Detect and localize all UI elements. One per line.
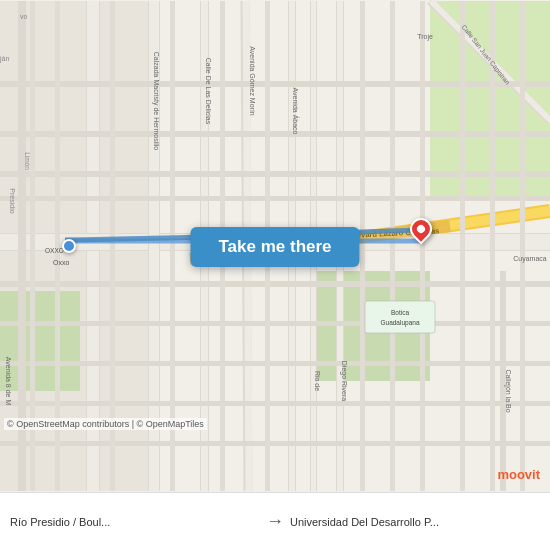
svg-rect-24 (0, 281, 550, 287)
destination-marker (410, 218, 432, 240)
app: Calzada Macristy de Hermosillo Calle De … (0, 0, 550, 550)
map-container: Calzada Macristy de Hermosillo Calle De … (0, 0, 550, 492)
svg-text:vo: vo (20, 13, 28, 20)
svg-rect-38 (460, 1, 465, 491)
svg-text:Avenida Ábaco: Avenida Ábaco (292, 88, 300, 135)
svg-text:Callejón la Bo: Callejón la Bo (504, 369, 512, 412)
svg-text:Cuyamaca: Cuyamaca (513, 255, 547, 263)
svg-text:Botica: Botica (391, 309, 409, 316)
svg-text:Troje: Troje (417, 33, 433, 41)
route-to-label: Universidad Del Desarrollo P... (290, 516, 540, 528)
svg-text:Rio de: Rio de (314, 371, 321, 391)
bottom-bar: Río Presidio / Boul... → Universidad Del… (0, 492, 550, 550)
svg-rect-40 (520, 1, 525, 491)
svg-rect-25 (0, 321, 550, 326)
svg-text:Presidio: Presidio (9, 188, 16, 213)
svg-text:Avenida 8 de M: Avenida 8 de M (5, 357, 12, 406)
svg-rect-37 (420, 1, 425, 491)
take-me-there-button[interactable]: Take me there (190, 227, 359, 267)
svg-text:Calzada Macristy de Hermosillo: Calzada Macristy de Hermosillo (152, 52, 160, 151)
svg-text:Guadalupana: Guadalupana (380, 319, 419, 327)
route-from-label: Río Presidio / Boul... (10, 516, 260, 528)
svg-rect-27 (0, 401, 550, 406)
svg-rect-21 (0, 131, 550, 137)
svg-rect-36 (390, 1, 395, 491)
svg-text:Calle De Las Delicias: Calle De Las Delicias (205, 58, 212, 125)
map-attribution: © OpenStreetMap contributors | © OpenMap… (4, 418, 207, 430)
route-arrow-icon: → (266, 511, 284, 532)
svg-rect-39 (490, 1, 495, 491)
svg-text:Diego Rivera: Diego Rivera (340, 361, 348, 402)
svg-rect-57 (365, 301, 435, 333)
svg-text:Oxxo: Oxxo (53, 259, 69, 266)
svg-rect-20 (0, 81, 550, 87)
svg-text:Limón: Limón (24, 152, 31, 170)
svg-rect-35 (360, 1, 365, 491)
svg-rect-22 (0, 171, 550, 177)
svg-rect-26 (0, 361, 550, 366)
svg-text:Avenida Gómez Morín: Avenida Gómez Morín (249, 46, 256, 116)
svg-text:OXXO: OXXO (45, 247, 64, 254)
svg-rect-28 (0, 441, 550, 446)
svg-text:ján: ján (0, 55, 9, 63)
moovit-logo: moovit (497, 467, 540, 482)
svg-rect-23 (0, 196, 550, 201)
origin-marker (62, 239, 76, 253)
